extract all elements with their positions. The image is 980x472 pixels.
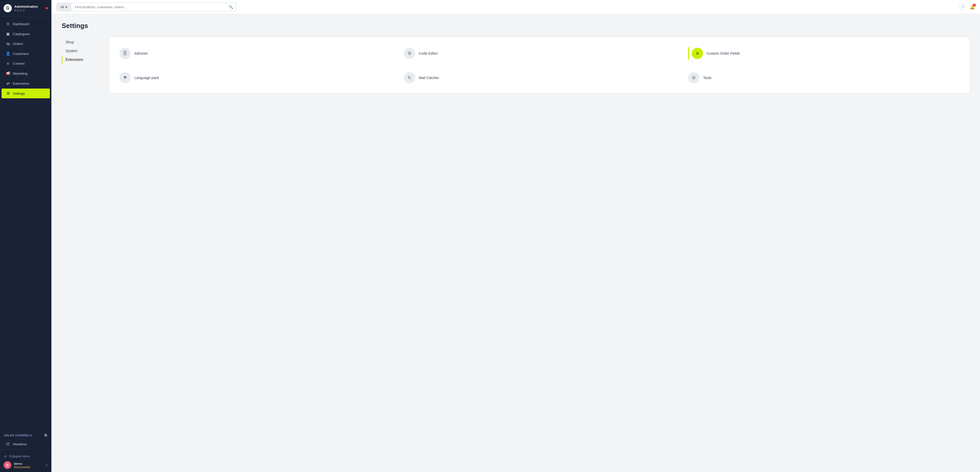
settings-layout: Shop System Extensions 🗄 Adminer	[62, 37, 970, 93]
main-content: All ▾ 🔍 ? 🔔 1 Settings Shop System	[51, 0, 980, 472]
extension-language-pack[interactable]: ⚑ Language pack	[115, 68, 395, 87]
search-button[interactable]: 🔍	[226, 3, 236, 11]
search-container: All ▾ 🔍	[57, 3, 236, 11]
user-role: Administrator	[14, 466, 30, 469]
sidebar: G Administration 6.4.17.2 ⊙ Dashboard ▣ …	[0, 0, 51, 472]
user-row: D demo Administrator ∧	[3, 461, 48, 469]
notification-count: 1	[973, 3, 976, 7]
adminer-label: Adminer	[134, 51, 148, 55]
marketing-icon: 📢	[6, 71, 10, 76]
sidebar-header: G Administration 6.4.17.2	[0, 0, 51, 17]
code-editor-icon: ⚙	[404, 48, 415, 59]
page-content: Settings Shop System Extensions	[51, 14, 980, 472]
settings-nav-extensions[interactable]: Extensions	[62, 55, 103, 63]
content-icon: ≡	[6, 61, 10, 66]
sidebar-item-settings[interactable]: ⚙ Settings	[2, 89, 50, 98]
settings-sidebar-nav: Shop System Extensions	[62, 37, 103, 93]
catalogues-icon: ▣	[6, 32, 10, 36]
sidebar-footer: ⊖ Collapse menu D demo Administrator ∧	[0, 449, 51, 472]
sidebar-item-orders[interactable]: 🛍 Orders	[2, 39, 50, 49]
settings-nav-system[interactable]: System	[62, 47, 103, 55]
help-icon[interactable]: ?	[959, 3, 966, 10]
notifications-icon[interactable]: 🔔 1	[970, 5, 975, 10]
page-title: Settings	[62, 22, 970, 30]
orders-icon: 🛍	[6, 41, 10, 46]
settings-nav-shop[interactable]: Shop	[62, 38, 103, 46]
search-filter-button[interactable]: All ▾	[57, 3, 71, 11]
notification-dot	[46, 7, 48, 9]
extension-adminer[interactable]: 🗄 Adminer	[115, 43, 395, 63]
sidebar-item-dashboard[interactable]: ⊙ Dashboard	[2, 19, 50, 29]
mail-catcher-label: Mail Catcher	[419, 76, 439, 80]
add-sales-channel-button[interactable]: ⊕	[44, 433, 48, 438]
tools-icon: ⚙	[688, 72, 699, 83]
mail-catcher-icon: ↻	[404, 72, 415, 83]
app-logo: G	[3, 4, 12, 12]
headless-icon: 🛒	[6, 442, 10, 446]
custom-order-fields-label: Custom Order Fields	[706, 51, 740, 55]
customers-icon: 👤	[6, 51, 10, 56]
user-name: demo	[14, 462, 30, 466]
topbar: All ▾ 🔍 ? 🔔 1	[51, 0, 980, 14]
extension-tools[interactable]: ⚙ Tools	[684, 68, 963, 87]
sidebar-item-content[interactable]: ≡ Content	[2, 59, 50, 68]
sales-channels-label: Sales Channels	[4, 434, 32, 437]
extension-mail-catcher[interactable]: ↻ Mail Catcher	[400, 68, 679, 87]
user-avatar: D	[3, 461, 11, 469]
settings-icon: ⚙	[6, 91, 10, 96]
chevron-down-icon: ▾	[65, 5, 67, 9]
topbar-right: ? 🔔 1	[959, 3, 975, 10]
app-version: 6.4.17.2	[14, 9, 38, 12]
active-indicator	[688, 47, 689, 60]
collapse-menu-button[interactable]: ⊖ Collapse menu	[3, 453, 48, 460]
collapse-menu-icon: ⊖	[4, 455, 7, 458]
sidebar-item-marketing[interactable]: 📢 Marketing	[2, 68, 50, 78]
extension-code-editor[interactable]: ⚙ Code Editor	[400, 43, 679, 63]
extensions-grid: 🗄 Adminer ⚙ Code Editor ≡ Custom Order F…	[109, 37, 970, 93]
extensions-icon: ⇄	[6, 81, 10, 86]
adminer-icon: 🗄	[119, 48, 131, 59]
dashboard-icon: ⊙	[6, 22, 10, 26]
app-name: Administration	[14, 5, 38, 9]
extensions-main: 🗄 Adminer ⚙ Code Editor ≡ Custom Order F…	[109, 37, 970, 93]
custom-order-fields-icon: ≡	[692, 48, 703, 59]
sidebar-item-headless[interactable]: 🛒 Headless	[2, 439, 50, 449]
language-pack-label: Language pack	[134, 76, 159, 80]
sidebar-nav: ⊙ Dashboard ▣ Catalogues 🛍 Orders 👤 Cust…	[0, 17, 51, 430]
tools-label: Tools	[703, 76, 711, 80]
language-pack-icon: ⚑	[119, 72, 131, 83]
sidebar-item-catalogues[interactable]: ▣ Catalogues	[2, 29, 50, 39]
code-editor-label: Code Editor	[419, 51, 438, 55]
sidebar-item-customers[interactable]: 👤 Customers	[2, 49, 50, 59]
search-input[interactable]	[71, 3, 226, 11]
extension-custom-order-fields[interactable]: ≡ Custom Order Fields	[684, 43, 963, 63]
user-menu-chevron[interactable]: ∧	[46, 463, 48, 467]
sidebar-item-extensions[interactable]: ⇄ Extensions	[2, 79, 50, 88]
